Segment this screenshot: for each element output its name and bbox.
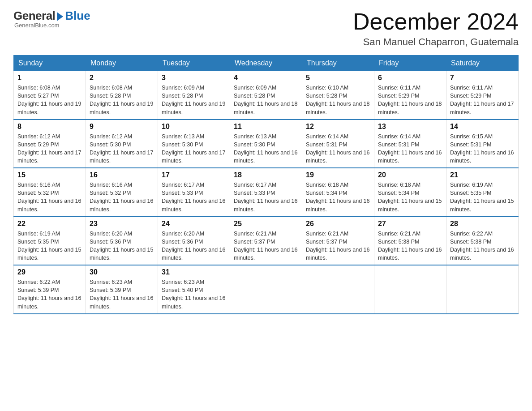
calendar-cell: 9Sunrise: 6:12 AMSunset: 5:30 PMDaylight…: [86, 120, 158, 168]
weekday-header-tuesday: Tuesday: [158, 56, 230, 71]
day-number: 27: [378, 220, 442, 228]
calendar-cell: [230, 265, 302, 314]
day-info: Sunrise: 6:08 AMSunset: 5:27 PMDaylight:…: [17, 84, 82, 116]
day-info: Sunrise: 6:08 AMSunset: 5:28 PMDaylight:…: [90, 84, 154, 116]
day-number: 17: [162, 171, 226, 179]
day-info: Sunrise: 6:15 AMSunset: 5:31 PMDaylight:…: [450, 133, 515, 165]
day-number: 11: [234, 123, 298, 131]
day-number: 6: [378, 74, 442, 82]
day-info: Sunrise: 6:09 AMSunset: 5:28 PMDaylight:…: [234, 84, 298, 116]
week-row-4: 22Sunrise: 6:19 AMSunset: 5:35 PMDayligh…: [14, 217, 519, 265]
calendar-cell: [374, 265, 446, 314]
day-info: Sunrise: 6:23 AMSunset: 5:39 PMDaylight:…: [90, 278, 154, 311]
calendar-cell: 6Sunrise: 6:11 AMSunset: 5:29 PMDaylight…: [374, 71, 446, 120]
calendar-cell: 26Sunrise: 6:21 AMSunset: 5:37 PMDayligh…: [302, 217, 374, 265]
day-info: Sunrise: 6:20 AMSunset: 5:36 PMDaylight:…: [90, 230, 154, 262]
calendar-cell: 18Sunrise: 6:17 AMSunset: 5:33 PMDayligh…: [230, 168, 302, 217]
calendar-cell: 1Sunrise: 6:08 AMSunset: 5:27 PMDaylight…: [14, 71, 86, 120]
day-info: Sunrise: 6:19 AMSunset: 5:35 PMDaylight:…: [450, 181, 515, 214]
location-title: San Manuel Chaparron, Guatemala: [353, 36, 519, 48]
day-info: Sunrise: 6:22 AMSunset: 5:38 PMDaylight:…: [450, 230, 515, 262]
day-number: 15: [17, 171, 82, 179]
day-info: Sunrise: 6:18 AMSunset: 5:34 PMDaylight:…: [378, 181, 442, 214]
day-number: 21: [450, 171, 515, 179]
calendar-cell: 20Sunrise: 6:18 AMSunset: 5:34 PMDayligh…: [374, 168, 446, 217]
day-info: Sunrise: 6:20 AMSunset: 5:36 PMDaylight:…: [162, 230, 226, 262]
weekday-header-friday: Friday: [374, 56, 446, 71]
day-info: Sunrise: 6:12 AMSunset: 5:29 PMDaylight:…: [17, 133, 82, 165]
calendar-cell: 10Sunrise: 6:13 AMSunset: 5:30 PMDayligh…: [158, 120, 230, 168]
day-number: 19: [306, 171, 370, 179]
page-header: General Blue GeneralBlue.com December 20…: [13, 9, 519, 48]
day-number: 4: [234, 74, 298, 82]
day-info: Sunrise: 6:14 AMSunset: 5:31 PMDaylight:…: [306, 133, 370, 165]
calendar-cell: 13Sunrise: 6:14 AMSunset: 5:31 PMDayligh…: [374, 120, 446, 168]
calendar-cell: 16Sunrise: 6:16 AMSunset: 5:32 PMDayligh…: [86, 168, 158, 217]
logo: General Blue GeneralBlue.com: [13, 9, 90, 29]
calendar-cell: 7Sunrise: 6:11 AMSunset: 5:29 PMDaylight…: [446, 71, 519, 120]
day-number: 26: [306, 220, 370, 228]
day-info: Sunrise: 6:13 AMSunset: 5:30 PMDaylight:…: [234, 133, 298, 165]
day-info: Sunrise: 6:23 AMSunset: 5:40 PMDaylight:…: [162, 278, 226, 311]
calendar-cell: 24Sunrise: 6:20 AMSunset: 5:36 PMDayligh…: [158, 217, 230, 265]
day-number: 7: [450, 74, 515, 82]
day-number: 20: [378, 171, 442, 179]
day-info: Sunrise: 6:21 AMSunset: 5:37 PMDaylight:…: [306, 230, 370, 262]
day-number: 9: [90, 123, 154, 131]
weekday-header-row: SundayMondayTuesdayWednesdayThursdayFrid…: [14, 56, 519, 71]
calendar-cell: 19Sunrise: 6:18 AMSunset: 5:34 PMDayligh…: [302, 168, 374, 217]
calendar-cell: 23Sunrise: 6:20 AMSunset: 5:36 PMDayligh…: [86, 217, 158, 265]
day-number: 23: [90, 220, 154, 228]
week-row-1: 1Sunrise: 6:08 AMSunset: 5:27 PMDaylight…: [14, 71, 519, 120]
day-info: Sunrise: 6:11 AMSunset: 5:29 PMDaylight:…: [378, 84, 442, 116]
logo-tagline: GeneralBlue.com: [14, 22, 59, 29]
day-info: Sunrise: 6:22 AMSunset: 5:39 PMDaylight:…: [17, 278, 82, 311]
day-info: Sunrise: 6:10 AMSunset: 5:28 PMDaylight:…: [306, 84, 370, 116]
calendar-cell: 2Sunrise: 6:08 AMSunset: 5:28 PMDaylight…: [86, 71, 158, 120]
day-number: 24: [162, 220, 226, 228]
calendar-cell: 5Sunrise: 6:10 AMSunset: 5:28 PMDaylight…: [302, 71, 374, 120]
calendar-cell: 31Sunrise: 6:23 AMSunset: 5:40 PMDayligh…: [158, 265, 230, 314]
calendar-cell: 28Sunrise: 6:22 AMSunset: 5:38 PMDayligh…: [446, 217, 519, 265]
day-info: Sunrise: 6:21 AMSunset: 5:37 PMDaylight:…: [234, 230, 298, 262]
calendar-cell: [302, 265, 374, 314]
week-row-5: 29Sunrise: 6:22 AMSunset: 5:39 PMDayligh…: [14, 265, 519, 314]
week-row-2: 8Sunrise: 6:12 AMSunset: 5:29 PMDaylight…: [14, 120, 519, 168]
logo-arrow-icon: [57, 12, 63, 21]
day-number: 12: [306, 123, 370, 131]
calendar-cell: 17Sunrise: 6:17 AMSunset: 5:33 PMDayligh…: [158, 168, 230, 217]
day-info: Sunrise: 6:14 AMSunset: 5:31 PMDaylight:…: [378, 133, 442, 165]
day-number: 3: [162, 74, 226, 82]
calendar-cell: 29Sunrise: 6:22 AMSunset: 5:39 PMDayligh…: [14, 265, 86, 314]
day-info: Sunrise: 6:13 AMSunset: 5:30 PMDaylight:…: [162, 133, 226, 165]
calendar-cell: 3Sunrise: 6:09 AMSunset: 5:28 PMDaylight…: [158, 71, 230, 120]
day-number: 2: [90, 74, 154, 82]
day-info: Sunrise: 6:16 AMSunset: 5:32 PMDaylight:…: [17, 181, 82, 214]
day-number: 28: [450, 220, 515, 228]
day-info: Sunrise: 6:17 AMSunset: 5:33 PMDaylight:…: [234, 181, 298, 214]
day-number: 14: [450, 123, 515, 131]
calendar-cell: 27Sunrise: 6:21 AMSunset: 5:38 PMDayligh…: [374, 217, 446, 265]
day-info: Sunrise: 6:18 AMSunset: 5:34 PMDaylight:…: [306, 181, 370, 214]
calendar-cell: 21Sunrise: 6:19 AMSunset: 5:35 PMDayligh…: [446, 168, 519, 217]
week-row-3: 15Sunrise: 6:16 AMSunset: 5:32 PMDayligh…: [14, 168, 519, 217]
day-info: Sunrise: 6:19 AMSunset: 5:35 PMDaylight:…: [17, 230, 82, 262]
day-info: Sunrise: 6:16 AMSunset: 5:32 PMDaylight:…: [90, 181, 154, 214]
day-number: 16: [90, 171, 154, 179]
day-number: 31: [162, 268, 226, 276]
calendar-cell: 30Sunrise: 6:23 AMSunset: 5:39 PMDayligh…: [86, 265, 158, 314]
weekday-header-monday: Monday: [86, 56, 158, 71]
day-number: 10: [162, 123, 226, 131]
calendar-cell: 8Sunrise: 6:12 AMSunset: 5:29 PMDaylight…: [14, 120, 86, 168]
day-number: 18: [234, 171, 298, 179]
day-info: Sunrise: 6:21 AMSunset: 5:38 PMDaylight:…: [378, 230, 442, 262]
day-number: 29: [17, 268, 82, 276]
day-number: 13: [378, 123, 442, 131]
calendar-cell: 11Sunrise: 6:13 AMSunset: 5:30 PMDayligh…: [230, 120, 302, 168]
calendar-cell: [446, 265, 519, 314]
weekday-header-saturday: Saturday: [446, 56, 519, 71]
weekday-header-wednesday: Wednesday: [230, 56, 302, 71]
title-section: December 2024 San Manuel Chaparron, Guat…: [353, 9, 519, 48]
calendar-cell: 25Sunrise: 6:21 AMSunset: 5:37 PMDayligh…: [230, 217, 302, 265]
day-number: 22: [17, 220, 82, 228]
